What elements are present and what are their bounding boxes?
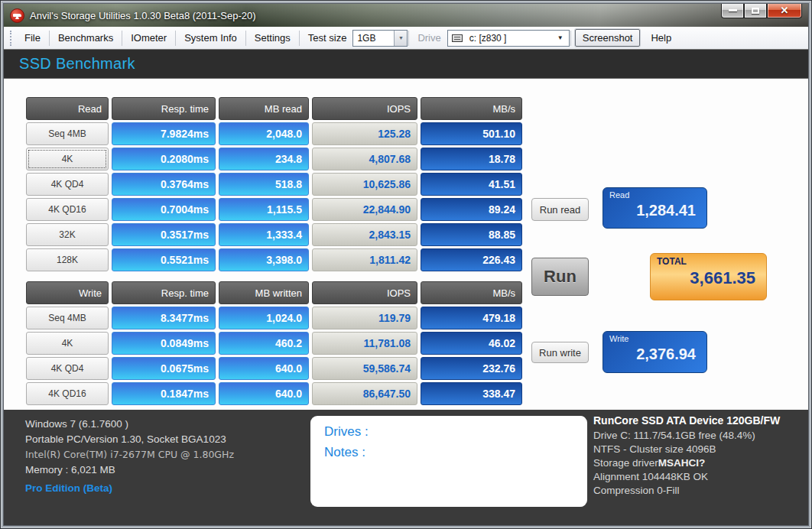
read-mbs-cell: 88.85 [421, 223, 522, 246]
read-resp-cell: 0.3517ms [112, 223, 216, 246]
run-button[interactable]: Run [531, 258, 589, 296]
menu-separator [245, 31, 246, 46]
total-score-label: TOTAL [657, 256, 760, 267]
read-row-32k-button[interactable]: 32K [26, 223, 109, 246]
iops-header: IOPS [312, 281, 417, 304]
write-mb-cell: 640.0 [219, 357, 309, 380]
read-row-4kqd16-button[interactable]: 4K QD16 [26, 198, 109, 221]
resp-time-header: Resp. time [112, 97, 216, 120]
drive-info-block: RunCore SSD ATA Device 120GB/FW Drive C:… [593, 414, 808, 498]
read-resp-cell: 7.9824ms [112, 122, 216, 145]
read-row-4k-button[interactable]: 4K [26, 148, 109, 170]
drives-label: Drives : [324, 424, 573, 440]
write-header: Write [26, 281, 109, 304]
write-mb-cell: 460.2 [219, 332, 309, 355]
menu-system-info[interactable]: System Info [177, 29, 245, 47]
read-row-128k-button[interactable]: 128K [26, 248, 109, 271]
read-mb-cell: 518.8 [219, 173, 309, 196]
notes-area[interactable]: Drives : Notes : [310, 416, 587, 507]
write-row-4kqd16-button[interactable]: 4K QD16 [26, 382, 109, 405]
write-row-4k-button[interactable]: 4K [26, 332, 109, 355]
menu-file[interactable]: File [17, 29, 48, 47]
menu-settings[interactable]: Settings [247, 29, 298, 47]
read-iops-cell: 22,844.90 [312, 198, 417, 221]
write-mbs-cell: 232.76 [421, 357, 522, 380]
notes-label: Notes : [324, 445, 573, 460]
read-mbs-cell: 41.51 [421, 173, 522, 196]
benchmark-panel: Read Resp. time MB read IOPS MB/s Seq 4M… [4, 79, 808, 410]
read-mbs-cell: 18.78 [421, 148, 522, 170]
run-write-button[interactable]: Run write [531, 342, 589, 363]
read-mb-cell: 3,398.0 [219, 248, 309, 271]
read-mb-cell: 1,115.5 [219, 198, 309, 221]
read-resp-cell: 0.2080ms [112, 148, 216, 170]
test-size-label: Test size [300, 32, 353, 44]
write-resp-cell: 0.0675ms [112, 357, 216, 380]
write-mbs-cell: 46.02 [421, 332, 522, 355]
menu-benchmarks[interactable]: Benchmarks [50, 29, 121, 47]
page-title: SSD Benchmark [19, 55, 135, 73]
close-icon: ✕ [781, 5, 789, 15]
machine-info: Portable PC/Version 1.30, Socket BGA1023 [25, 433, 234, 445]
read-row-seq4mb-button[interactable]: Seq 4MB [26, 122, 109, 145]
minimize-button[interactable] [721, 3, 744, 18]
cpu-info: Intel(R) Core(TM) i7-2677M CPU @ 1.80GHz [25, 449, 234, 460]
maximize-icon [752, 8, 759, 14]
mb-written-header: MB written [219, 281, 309, 304]
read-table: Read Resp. time MB read IOPS MB/s Seq 4M… [26, 97, 522, 271]
resp-time-header: Resp. time [112, 281, 216, 304]
read-iops-cell: 1,811.42 [312, 248, 417, 271]
run-read-button[interactable]: Run read [531, 198, 589, 221]
write-iops-cell: 59,586.74 [312, 357, 417, 380]
read-iops-cell: 4,807.68 [312, 148, 417, 170]
read-mbs-cell: 501.10 [421, 122, 522, 145]
chevron-down-icon: ▼ [555, 34, 566, 41]
read-score-label: Read [609, 190, 700, 200]
menu-iometer[interactable]: IOmeter [123, 29, 174, 47]
drive-label: Drive [410, 32, 447, 44]
title-bar[interactable]: Anvil's Storage Utilities 1.0.30 Beta8 (… [4, 4, 808, 27]
close-button[interactable]: ✕ [767, 3, 802, 18]
read-mb-cell: 2,048.0 [219, 122, 309, 145]
read-row-4kqd4-button[interactable]: 4K QD4 [26, 173, 109, 196]
read-iops-cell: 125.28 [312, 122, 417, 145]
drive-select[interactable]: c: [z830 ] ▼ [447, 30, 570, 47]
read-mb-cell: 234.8 [219, 148, 309, 170]
maximize-button[interactable] [744, 3, 767, 18]
iops-header: IOPS [312, 97, 417, 120]
read-resp-cell: 0.7004ms [112, 198, 216, 221]
screenshot-button[interactable]: Screenshot [575, 29, 641, 47]
read-score-box: Read 1,284.41 [603, 187, 707, 229]
write-iops-cell: 11,781.08 [312, 332, 417, 355]
write-row-4kqd4-button[interactable]: 4K QD4 [26, 357, 109, 380]
write-mb-cell: 640.0 [219, 382, 309, 405]
page-header: SSD Benchmark [4, 50, 808, 79]
write-mbs-cell: 338.47 [421, 382, 522, 405]
write-iops-cell: 119.79 [312, 307, 417, 329]
menu-help[interactable]: Help [643, 29, 679, 47]
test-size-select[interactable]: 1GB ▼ [352, 30, 408, 47]
read-iops-cell: 2,843.15 [312, 223, 417, 246]
chevron-down-icon[interactable]: ▼ [394, 31, 407, 46]
mbs-header: MB/s [421, 97, 522, 120]
compression-info: Compression 0-Fill [593, 485, 808, 496]
system-info-block: Windows 7 (6.1.7600 ) Portable PC/Versio… [25, 418, 234, 498]
memory-info: Memory : 6,021 MB [25, 464, 234, 475]
read-mb-cell: 1,333.4 [219, 223, 309, 246]
write-score-value: 2,376.94 [609, 343, 700, 363]
menu-bar: File Benchmarks IOmeter System Info Sett… [4, 27, 808, 50]
menu-separator [570, 31, 571, 46]
write-row-seq4mb-button[interactable]: Seq 4MB [26, 307, 109, 329]
mb-read-header: MB read [219, 97, 309, 120]
write-mbs-cell: 479.18 [421, 307, 522, 329]
filesystem-info: NTFS - Cluster size 4096B [593, 443, 808, 455]
write-score-label: Write [609, 334, 700, 343]
toolbar-grip[interactable] [10, 31, 12, 46]
os-version: Windows 7 (6.1.7600 ) [25, 418, 234, 430]
read-mbs-cell: 89.24 [421, 198, 522, 221]
mbs-header: MB/s [421, 281, 522, 304]
minimize-icon [729, 9, 737, 11]
read-header: Read [26, 97, 109, 120]
window-controls: ✕ [721, 3, 802, 18]
write-mb-cell: 1,024.0 [219, 307, 309, 329]
